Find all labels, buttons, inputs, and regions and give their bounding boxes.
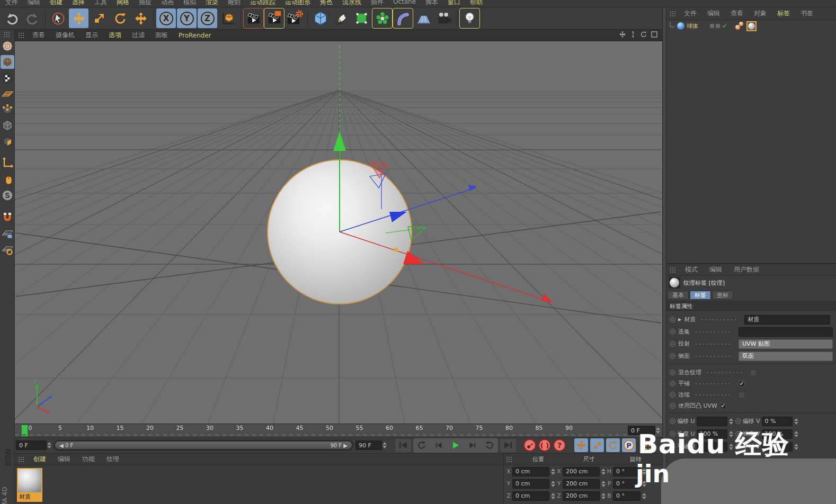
object-menu-file[interactable]: 文件 [681, 9, 700, 18]
offset-v-stepper[interactable] [794, 417, 799, 426]
menu-render[interactable]: 渲染 [202, 0, 221, 7]
model-mode-icon[interactable] [1, 55, 14, 69]
polygons-mode-icon[interactable] [1, 134, 14, 148]
keyframe-options-button[interactable]: ? [553, 439, 566, 452]
size-stepper[interactable] [601, 479, 606, 489]
end-frame-field[interactable]: 90 F [355, 440, 387, 450]
attribute-menu-mode[interactable]: 模式 [682, 265, 701, 274]
lock-z-axis-button[interactable]: Z [198, 8, 217, 28]
light-button[interactable] [460, 8, 479, 28]
rotation-field[interactable]: 0 ° [613, 491, 641, 501]
workplane-mode-icon[interactable] [1, 87, 14, 101]
autokey-button[interactable]: ( ) [538, 439, 551, 452]
last-tool-button[interactable] [131, 8, 150, 28]
position-stepper[interactable] [550, 467, 555, 476]
key-position-button[interactable] [574, 438, 588, 452]
use-bump-uvw-checkbox[interactable] [720, 403, 726, 409]
texture-mode-icon[interactable] [1, 71, 14, 85]
menu-create[interactable]: 创建 [47, 0, 66, 7]
object-menu-tags[interactable]: 标签 [774, 9, 793, 18]
viewport-menu-prorender[interactable]: ProRender [175, 32, 215, 39]
anim-dot-material[interactable] [670, 317, 675, 322]
object-name[interactable]: 球体 [687, 22, 698, 30]
selection-field[interactable] [739, 327, 833, 337]
object-menu-objects[interactable]: 对象 [751, 9, 770, 18]
key-parameter-button[interactable]: P [622, 438, 636, 452]
menu-edit[interactable]: 编辑 [24, 0, 43, 7]
position-field[interactable]: 0 cm [512, 467, 549, 476]
object-row[interactable]: 球体 ✓ [666, 20, 836, 32]
material-expander-icon[interactable]: ▶ [678, 317, 681, 322]
viewport-menu-display[interactable]: 显示 [82, 31, 101, 40]
object-menu-view[interactable]: 查看 [727, 9, 746, 18]
material-menu-function[interactable]: 功能 [79, 455, 98, 464]
anim-dot-side[interactable] [670, 353, 675, 359]
anim-dot-selection[interactable] [670, 329, 675, 335]
move-tool-button[interactable] [69, 8, 88, 28]
record-keyframe-button[interactable] [523, 439, 536, 452]
anim-dot-mix[interactable] [670, 370, 675, 375]
go-to-start-button[interactable] [395, 439, 411, 452]
menu-motion-tracker[interactable]: 运动跟踪 [247, 0, 279, 7]
timeline-range-slider[interactable]: ◀ 0 F 90 F ▶ [54, 440, 353, 451]
size-field[interactable]: 200 cm [563, 467, 600, 476]
previous-frame-button[interactable] [431, 439, 447, 452]
seamless-checkbox[interactable] [739, 392, 745, 398]
spline-pen-button[interactable] [331, 8, 351, 28]
anim-dot-offset-u[interactable] [670, 418, 675, 424]
viewport[interactable]: Y [15, 41, 662, 424]
timeline-ruler[interactable]: 051015202530354045505560657075808590 0 F [15, 424, 662, 437]
menu-script[interactable]: 脚本 [422, 0, 441, 7]
menu-tools[interactable]: 工具 [91, 0, 110, 7]
menu-snap[interactable]: 捕捉 [136, 0, 155, 7]
tab-coordinates[interactable]: 坐标 [712, 291, 733, 300]
tiles-v-stepper[interactable] [794, 442, 799, 452]
current-frame-field[interactable]: 0 F [16, 440, 51, 450]
attribute-menu-grip[interactable] [670, 267, 677, 273]
edit-render-settings-button[interactable] [285, 8, 305, 28]
menu-pipeline[interactable]: 流水线 [339, 0, 364, 7]
move-gizmo[interactable] [15, 41, 662, 424]
redo-button[interactable] [23, 8, 42, 28]
viewport-menu-panel[interactable]: 面板 [152, 31, 171, 40]
primitive-cube-button[interactable] [310, 8, 330, 28]
rotate-tool-button[interactable] [110, 8, 130, 28]
viewport-menu-options[interactable]: 选项 [105, 31, 124, 40]
tile-checkbox[interactable] [739, 381, 745, 387]
object-menu-grip[interactable] [670, 11, 677, 16]
enabled-check-icon[interactable]: ✓ [722, 22, 727, 30]
end-frame-stepper[interactable] [382, 440, 387, 450]
viewport-orbit-icon[interactable] [640, 31, 647, 40]
planar-workplane-icon[interactable] [1, 242, 14, 256]
floor-button[interactable] [414, 8, 433, 28]
lock-x-axis-button[interactable]: X [156, 8, 176, 28]
position-stepper[interactable] [550, 491, 555, 501]
next-frame-button[interactable] [465, 439, 481, 452]
visibility-toggles[interactable] [710, 24, 720, 28]
material-menu-grip[interactable] [18, 456, 25, 462]
menu-mograph[interactable]: 运动图形 [282, 0, 314, 7]
play-backwards-button[interactable] [482, 439, 497, 452]
size-stepper[interactable] [601, 491, 606, 501]
offset-v-field[interactable]: 0 % [762, 417, 793, 426]
side-dropdown[interactable]: 双面 [739, 352, 833, 361]
anim-dot-bump[interactable] [670, 403, 675, 409]
key-rotation-button[interactable] [606, 438, 620, 452]
generators-button[interactable] [372, 8, 392, 28]
projection-dropdown[interactable]: UVW 贴图 [739, 339, 833, 349]
undo-button[interactable] [2, 8, 22, 28]
anim-dot-offset-v[interactable] [735, 418, 741, 424]
tab-basic[interactable]: 基本 [668, 291, 689, 300]
viewport-dolly-icon[interactable] [629, 31, 637, 40]
coordinates-menu-grip[interactable] [506, 456, 513, 462]
enable-axis-icon[interactable] [1, 157, 14, 170]
menu-file[interactable]: 文件 [2, 0, 21, 7]
points-mode-icon[interactable] [1, 103, 14, 116]
menu-window[interactable]: 窗口 [444, 0, 464, 7]
anim-dot-projection[interactable] [670, 341, 675, 347]
render-view-button[interactable] [244, 8, 263, 28]
material-thumbnail[interactable]: 材质 [17, 468, 42, 502]
live-selection-button[interactable] [48, 8, 68, 28]
coordinate-system-button[interactable] [218, 8, 238, 28]
attribute-menu-userdata[interactable]: 用户数据 [731, 265, 762, 274]
